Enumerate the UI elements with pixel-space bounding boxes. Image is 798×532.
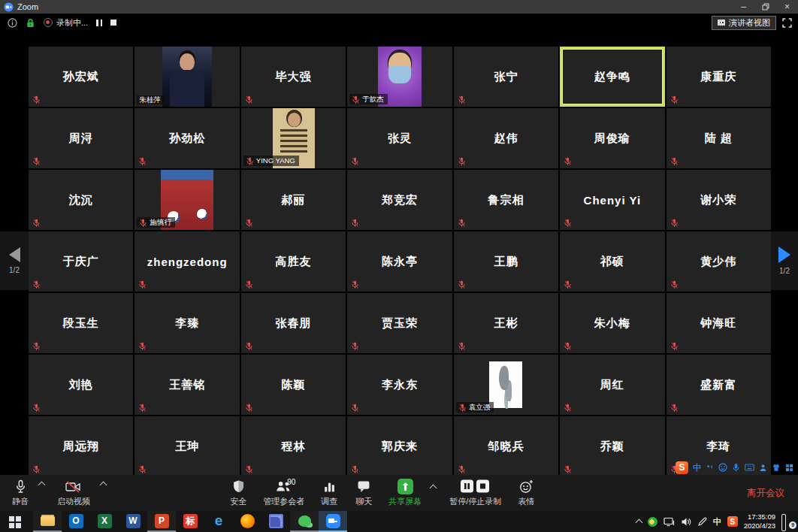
speaker-view-button[interactable]: 演讲者视图	[712, 16, 776, 30]
reactions-button[interactable]: 表情	[509, 475, 543, 511]
previous-page-arrow-icon[interactable]	[9, 247, 20, 262]
sogou-tray-icon[interactable]: S	[727, 516, 738, 527]
chat-button[interactable]: 聊天	[346, 475, 381, 511]
participant-tile[interactable]: 张宁	[454, 47, 558, 107]
participant-tile[interactable]: 钟海旺	[667, 293, 771, 353]
excel-icon[interactable]: X	[90, 511, 119, 532]
powerpoint-icon[interactable]: P	[147, 511, 176, 532]
participant-tile[interactable]: 陈永亭	[347, 231, 452, 292]
participant-tile[interactable]: 周浔	[29, 108, 133, 168]
ime-skin-icon[interactable]	[772, 464, 781, 472]
next-page-control[interactable]: 1/2	[771, 231, 798, 290]
share-options-chevron[interactable]	[430, 484, 437, 491]
outlook-icon[interactable]: O	[62, 511, 90, 532]
participant-tile[interactable]: 乔颖	[560, 416, 664, 476]
share-screen-button[interactable]: 共享屏幕	[381, 475, 429, 511]
participant-tile[interactable]: YING YANG	[241, 108, 346, 168]
participant-tile[interactable]: 周红	[560, 355, 664, 415]
red-chinese-app-icon[interactable]: 标	[176, 511, 204, 532]
meeting-info-icon[interactable]	[8, 18, 17, 28]
participant-tile[interactable]: 段玉生	[29, 293, 133, 353]
close-button[interactable]: ×	[776, 0, 798, 14]
participant-tile[interactable]: 王鹏	[454, 231, 558, 292]
participant-tile[interactable]: 朱小梅	[560, 293, 664, 353]
participant-tile[interactable]: 朱桂萍	[135, 47, 239, 107]
participant-tile[interactable]: 李永东	[347, 355, 452, 415]
participant-tile[interactable]: 王珅	[135, 416, 239, 476]
ime-toolbox-icon[interactable]	[785, 464, 793, 472]
leave-meeting-button[interactable]: 离开会议	[747, 487, 784, 500]
participant-tile[interactable]: 沈沉	[29, 170, 133, 230]
restore-button[interactable]	[754, 0, 776, 14]
antivirus-tray-icon[interactable]	[648, 517, 657, 527]
participant-tile[interactable]: 周远翔	[29, 416, 133, 476]
participant-tile[interactable]: 施慎行	[135, 170, 239, 230]
start-button[interactable]	[0, 511, 33, 532]
notification-center-icon[interactable]: 9	[781, 516, 794, 527]
minimize-button[interactable]: –	[733, 0, 754, 14]
zoom-app-icon[interactable]	[319, 511, 347, 532]
previous-page-control[interactable]: 1/2	[0, 231, 29, 290]
participant-tile[interactable]: 王彬	[454, 293, 558, 353]
stop-recording-icon[interactable]	[110, 20, 116, 26]
participant-tile[interactable]: 袁立强	[454, 355, 558, 415]
ime-keyboard-icon[interactable]	[745, 464, 754, 471]
participant-tile[interactable]: 孙宏斌	[29, 47, 133, 107]
audio-options-chevron[interactable]	[38, 482, 46, 489]
participant-tile[interactable]: 周俊瑜	[560, 108, 664, 168]
purple-app-icon[interactable]	[261, 511, 290, 532]
participant-tile[interactable]: 盛新富	[667, 355, 771, 415]
taskbar-clock[interactable]: 17:35:09 2020/4/23	[744, 512, 775, 530]
manage-participants-button[interactable]: 90 管理参会者	[255, 475, 312, 511]
participant-tile[interactable]: zhengzedong	[135, 231, 239, 292]
participant-tile[interactable]: 赵伟	[454, 108, 558, 168]
edge-icon[interactable]: e	[204, 511, 233, 532]
participant-tile[interactable]: 康重庆	[667, 47, 771, 107]
participant-tile[interactable]: 孙劲松	[135, 108, 239, 168]
pause-stop-recording-button[interactable]: 暂停/停止录制	[442, 475, 509, 511]
hidden-icons-chevron[interactable]	[635, 519, 642, 527]
mute-button[interactable]: 静音	[5, 475, 42, 511]
survey-button[interactable]: 调查	[312, 475, 346, 511]
pen-tray-icon[interactable]	[697, 517, 707, 527]
participant-tile[interactable]: 高胜友	[241, 231, 346, 292]
participant-tile[interactable]: 于歆杰	[347, 47, 452, 107]
participant-tile[interactable]: 郭庆来	[347, 416, 452, 476]
sogou-logo-icon[interactable]: S	[676, 461, 688, 474]
video-options-chevron[interactable]	[100, 482, 107, 489]
participant-tile[interactable]: 毕大强	[241, 47, 346, 107]
participant-tile[interactable]: 张灵	[347, 108, 452, 168]
participant-tile[interactable]: 刘艳	[29, 355, 133, 415]
participant-tile[interactable]: 黄少伟	[667, 231, 771, 292]
participant-tile[interactable]: 李臻	[135, 293, 239, 353]
participant-tile[interactable]: 鲁宗相	[454, 170, 558, 230]
display-tray-icon[interactable]	[663, 517, 675, 527]
next-page-arrow-icon[interactable]	[778, 246, 790, 263]
volume-tray-icon[interactable]	[681, 517, 691, 527]
participant-tile[interactable]: 程林	[241, 416, 346, 476]
participant-tile[interactable]: 赵争鸣	[560, 47, 664, 107]
firefox-icon[interactable]	[233, 511, 261, 532]
participant-tile[interactable]: 郑竞宏	[347, 170, 452, 230]
participant-tile[interactable]: 张春朋	[241, 293, 346, 353]
wechat-icon[interactable]	[290, 511, 319, 532]
start-video-button[interactable]: 启动视频	[50, 475, 104, 511]
word-icon[interactable]: W	[119, 511, 147, 532]
participant-tile[interactable]: 郝丽	[241, 170, 346, 230]
file-explorer-icon[interactable]	[33, 511, 62, 532]
ime-person-icon[interactable]	[759, 464, 767, 472]
participant-tile[interactable]: 陈颖	[241, 355, 346, 415]
ime-language-indicator[interactable]: 中	[713, 516, 721, 527]
participant-tile[interactable]: 于庆广	[29, 231, 133, 292]
ime-emoji-icon[interactable]	[718, 463, 727, 472]
participant-tile[interactable]: 贾玉荣	[347, 293, 452, 353]
fullscreen-icon[interactable]	[782, 18, 792, 28]
participant-tile[interactable]: 王善铭	[135, 355, 239, 415]
participant-tile[interactable]: 陆 超	[667, 108, 771, 168]
participant-tile[interactable]: Chenyi Yi	[560, 170, 664, 230]
participant-tile[interactable]: 祁硕	[560, 231, 664, 292]
participant-tile[interactable]: 邹晓兵	[454, 416, 558, 476]
ime-voice-icon[interactable]	[732, 463, 740, 472]
security-button[interactable]: 安全	[221, 475, 255, 511]
ime-punctuation-icon[interactable]	[706, 464, 714, 472]
